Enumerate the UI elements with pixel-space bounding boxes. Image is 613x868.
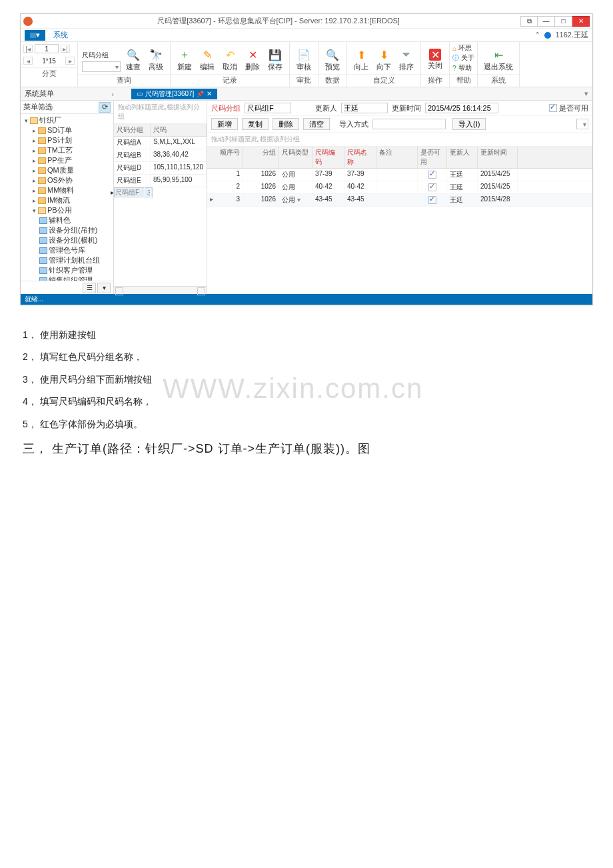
tree-node[interactable]: ▸QM质量 bbox=[21, 165, 113, 175]
tree-tool-button[interactable]: ☰ bbox=[83, 283, 96, 293]
tree-node-pb[interactable]: ▾PB公用 bbox=[21, 205, 113, 215]
tree-leaf[interactable]: 针织客户管理 bbox=[21, 265, 113, 275]
tree-node[interactable]: ▸MM物料 bbox=[21, 185, 113, 195]
row-indicator-icon: ▸ bbox=[111, 189, 114, 196]
size-group-input[interactable] bbox=[245, 103, 291, 113]
grid-row[interactable]: 尺码组D105,110,115,120 bbox=[114, 162, 207, 175]
col-header-type[interactable]: 尺码类型 bbox=[279, 147, 312, 168]
updatetime-input[interactable] bbox=[425, 103, 498, 113]
col-header-code[interactable]: 尺码编码 bbox=[312, 147, 344, 168]
close-tab-icon[interactable]: ✕ bbox=[207, 90, 212, 97]
updater-input[interactable] bbox=[341, 103, 388, 113]
col-header-remark[interactable]: 备注 bbox=[376, 147, 418, 168]
page-number-input[interactable] bbox=[35, 44, 59, 53]
refresh-icon: ⟳ bbox=[102, 103, 108, 111]
secondary-controls-icon[interactable]: ⧉ bbox=[520, 16, 538, 27]
close-doc-button[interactable]: ✕关闭 bbox=[425, 47, 445, 71]
document-tab[interactable]: ▭ 尺码管理[33607] 📌 ✕ bbox=[131, 89, 217, 99]
clear-rows-button[interactable]: 清空 bbox=[303, 118, 330, 130]
help-link[interactable]: ?帮助 bbox=[452, 63, 474, 73]
instruction-text-block: 1， 使用新建按钮 2， 填写红色尺码分组名称， 3， 使用尺码分组下面新增按钮… bbox=[20, 325, 593, 491]
dropdown-icon[interactable]: ▾ bbox=[297, 196, 301, 203]
user-status-icon bbox=[544, 32, 551, 39]
grid-row[interactable]: 尺码组E85,90,95,100 bbox=[114, 175, 207, 187]
prev-page-icon[interactable]: ◂ bbox=[23, 57, 33, 65]
row-available-checkbox[interactable] bbox=[428, 171, 436, 179]
import-mode-input[interactable] bbox=[372, 119, 446, 129]
add-row-button[interactable]: 新增 bbox=[211, 118, 238, 130]
expand-tabs-icon[interactable]: ▾ bbox=[584, 89, 588, 98]
tree-leaf[interactable]: 销售组织管理 bbox=[21, 275, 113, 281]
tree-leaf[interactable]: 管理色号库 bbox=[21, 245, 113, 255]
grid-row[interactable]: 尺码组B38,36,40,42 bbox=[114, 149, 207, 162]
save-button[interactable]: 💾保存 bbox=[265, 46, 285, 72]
import-button[interactable]: 导入(I) bbox=[452, 118, 486, 130]
undo-arrow-icon: ↶ bbox=[223, 47, 237, 62]
tree-node[interactable]: ▸SD订单 bbox=[21, 125, 113, 135]
tree-node[interactable]: ▸OS外协 bbox=[21, 175, 113, 185]
preview-button[interactable]: 🔍预览 bbox=[322, 46, 342, 72]
col-header-ut[interactable]: 更新时间 bbox=[478, 147, 518, 168]
hs-link[interactable]: ⌂环思 bbox=[452, 43, 474, 53]
row-available-checkbox[interactable] bbox=[428, 183, 436, 191]
quick-search-button[interactable]: 🔍速查 bbox=[123, 46, 143, 72]
advanced-search-button[interactable]: 🔭高级 bbox=[146, 46, 166, 72]
col-header-avail[interactable]: 是否可用 bbox=[418, 147, 447, 168]
move-up-button[interactable]: ⬆向上 bbox=[351, 46, 371, 72]
import-dropdown[interactable]: ▾ bbox=[576, 119, 588, 129]
grid-row-selected[interactable]: ▸尺码组F37-39,40-42,43-4 bbox=[114, 187, 153, 198]
first-page-icon[interactable]: |◂ bbox=[23, 45, 33, 53]
tree-node[interactable]: ▸PP生产 bbox=[21, 155, 113, 165]
new-button[interactable]: ＋新建 bbox=[175, 46, 195, 72]
tree-leaf[interactable]: 设备分组(横机) bbox=[21, 235, 113, 245]
col-header-group[interactable]: 尺码分组 bbox=[114, 124, 151, 136]
instruction-line: 2， 填写红色尺码分组名称， bbox=[23, 347, 590, 367]
window-titlebar: 尺码管理[33607] - 环思信息集成平台[CIP] - Server: 19… bbox=[21, 14, 592, 29]
tree-leaf[interactable]: 设备分组(吊挂) bbox=[21, 225, 113, 235]
detail-row[interactable]: 2 1026 公用 40-42 40-42 王廷 2015/4/25 bbox=[207, 181, 592, 194]
undo-button[interactable]: ↶取消 bbox=[220, 46, 240, 72]
system-menu-link[interactable]: 系统 bbox=[53, 30, 68, 40]
available-checkbox[interactable] bbox=[549, 104, 557, 112]
col-header-seq[interactable]: 顺序号 bbox=[207, 147, 243, 168]
collapse-ribbon-icon[interactable]: ⌃ bbox=[534, 31, 540, 39]
user-badge: 1162.王廷 bbox=[555, 30, 588, 40]
tree-node[interactable]: ▸TM工艺 bbox=[21, 145, 113, 155]
detail-row-current[interactable]: ▸3 1026 公用 ▾ 43-45 43-45 王廷 2015/4/28 bbox=[207, 194, 592, 207]
next-page-icon[interactable]: ▸ bbox=[65, 57, 75, 65]
exit-system-button[interactable]: ⇤退出系统 bbox=[482, 46, 515, 72]
tree-node[interactable]: ▸IM物流 bbox=[21, 195, 113, 205]
edit-button[interactable]: ✎编辑 bbox=[197, 46, 217, 72]
col-header-sizes[interactable]: 尺码 bbox=[151, 124, 207, 136]
col-header-grp[interactable]: 分组 bbox=[243, 147, 279, 168]
horizontal-scrollbar[interactable] bbox=[114, 286, 207, 294]
page-range-label: 1*15 bbox=[35, 57, 63, 65]
detail-row[interactable]: 1 1026 公用 37-39 37-39 王廷 2015/4/25 bbox=[207, 169, 592, 181]
quick-access-tab[interactable]: III ▾ bbox=[25, 30, 45, 41]
collapse-left-icon[interactable]: ‹ bbox=[107, 90, 118, 98]
tree-dropdown-button[interactable]: ▾ bbox=[97, 283, 111, 293]
move-down-button[interactable]: ⬇向下 bbox=[374, 46, 394, 72]
del-row-button[interactable]: 删除 bbox=[273, 118, 299, 130]
row-available-checkbox[interactable] bbox=[428, 196, 436, 204]
last-page-icon[interactable]: ▸| bbox=[61, 45, 70, 53]
size-detail-panel: 尺码分组 更新人 更新时间 是否可用 新增 复制 删除 清空 导入方式 导入(I… bbox=[207, 101, 592, 294]
tree-node-root[interactable]: ▾针织厂 bbox=[21, 115, 113, 125]
col-header-upd[interactable]: 更新人 bbox=[447, 147, 478, 168]
tree-node[interactable]: ▸PS计划 bbox=[21, 135, 113, 145]
sort-button[interactable]: ⏷排序 bbox=[396, 46, 416, 72]
refresh-tree-button[interactable]: ⟳ bbox=[99, 102, 111, 113]
close-window-button[interactable]: ✕ bbox=[572, 16, 590, 27]
copy-row-button[interactable]: 复制 bbox=[242, 118, 269, 130]
audit-button[interactable]: 📄审核 bbox=[294, 46, 314, 72]
tree-leaf[interactable]: 辅料色 bbox=[21, 215, 113, 225]
maximize-button[interactable]: □ bbox=[555, 16, 572, 27]
grid-row[interactable]: 尺码组AS,M,L,XL,XXL bbox=[114, 137, 207, 149]
delete-button[interactable]: ✕删除 bbox=[243, 46, 263, 72]
col-header-name[interactable]: 尺码名称 bbox=[344, 147, 376, 168]
about-link[interactable]: ⓘ关于 bbox=[452, 53, 474, 63]
pin-icon[interactable]: 📌 bbox=[197, 91, 204, 97]
search-dropdown[interactable]: ▾ bbox=[82, 61, 121, 72]
minimize-button[interactable]: — bbox=[538, 16, 555, 27]
tree-leaf[interactable]: 管理计划机台组 bbox=[21, 255, 113, 265]
